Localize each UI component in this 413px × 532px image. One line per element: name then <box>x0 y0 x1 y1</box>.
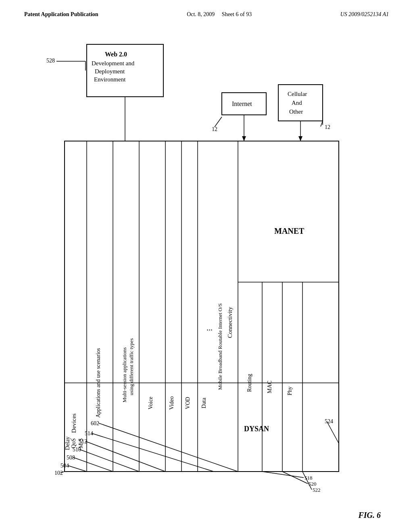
figure-label: FIG. 6 <box>358 511 381 520</box>
cellular-label: Cellular <box>288 91 307 97</box>
page: Patent Application Publication Oct. 8, 2… <box>0 0 413 532</box>
internet-label: Internet <box>232 100 252 107</box>
header: Patent Application Publication Oct. 8, 2… <box>0 0 413 22</box>
vod-col-label: VOD <box>185 397 191 409</box>
video-col-label: Video <box>169 396 175 409</box>
header-date: Oct. 8, 2009 <box>187 11 215 17</box>
svg-line-29 <box>282 472 308 484</box>
devices-col-label: Devices <box>71 414 77 433</box>
phy-col-label: Phy <box>287 387 293 395</box>
other-label: Other <box>289 108 303 115</box>
delay-row-label: Delay <box>65 436 71 450</box>
voice-col-label: Voice <box>148 397 154 409</box>
svg-line-5 <box>215 117 222 127</box>
svg-line-31 <box>327 421 339 443</box>
environment-label: Environment <box>94 76 126 83</box>
and-label: And <box>292 100 302 106</box>
multi-col-label: Multi-session applications <box>121 347 127 403</box>
dysan-label: DYSAN <box>244 425 269 433</box>
n524-label: 524 <box>325 418 333 424</box>
header-patent-number: US 2009/0252134 A1 <box>340 11 389 18</box>
n102-label: 102 <box>54 470 63 476</box>
n528-label: 528 <box>46 58 55 64</box>
svg-line-28 <box>262 472 304 478</box>
svg-rect-8 <box>65 141 339 472</box>
routing-col-label: Routing <box>246 374 252 392</box>
svg-marker-33 <box>242 136 246 141</box>
diagram-area: Web 2.0 Development and Deployment Envir… <box>24 40 371 504</box>
svg-line-22 <box>68 466 87 472</box>
apps-col-label: Applications and use scenarios <box>95 348 101 418</box>
n522-label: 522 <box>313 487 321 493</box>
data-col-label: Data <box>201 397 207 408</box>
dots-label: ... <box>206 323 213 332</box>
header-sheet: Sheet 6 of 93 <box>222 11 252 17</box>
using-col-label: using different traffic types <box>128 338 134 395</box>
n602-label: 602 <box>91 420 99 426</box>
dev-label: Development and <box>92 60 135 66</box>
svg-line-25 <box>86 441 165 472</box>
manet-label: MANET <box>274 227 305 235</box>
header-publication: Patent Application Publication <box>24 11 98 18</box>
svg-marker-35 <box>298 136 302 141</box>
mac-col-label: MAC <box>267 380 273 393</box>
n12a-label: 12 <box>212 126 217 132</box>
web20-label: Web 2.0 <box>105 51 127 58</box>
diagram-svg: Web 2.0 Development and Deployment Envir… <box>24 40 371 504</box>
svg-line-24 <box>79 449 139 472</box>
header-date-sheet: Oct. 8, 2009 Sheet 6 of 93 <box>187 11 252 18</box>
connectivity-col-label: Connectivity <box>227 307 233 338</box>
deployment-label: Deployment <box>95 68 125 75</box>
mobile-col-label: Mobile Broadband Routable Internet O/S <box>217 303 223 390</box>
svg-line-26 <box>92 433 214 472</box>
n12b-label: 12 <box>325 124 330 130</box>
